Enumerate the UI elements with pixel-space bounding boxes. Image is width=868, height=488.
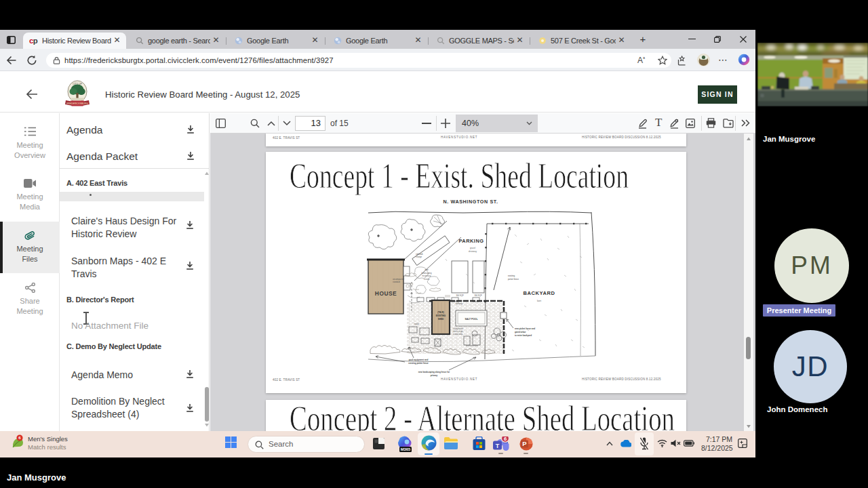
svg-text:standard: standard (393, 281, 400, 283)
svg-text:screen: screen (424, 278, 430, 281)
svg-text:HOUSE: HOUSE (375, 290, 397, 297)
svg-text:existing picket fence: existing picket fence (408, 362, 429, 365)
svg-text:300 SQF: 300 SQF (456, 294, 463, 297)
svg-text:for privacy: for privacy (422, 274, 432, 277)
svg-text:that is to get: that is to get (453, 330, 463, 333)
svg-text:privacy: privacy (431, 374, 438, 377)
svg-text:EXISTING: EXISTING (436, 314, 446, 317)
svg-text:lawn: lawn (537, 300, 542, 302)
svg-text:T: T (496, 443, 500, 449)
svg-text:M365: M365 (401, 447, 411, 451)
svg-text:(TB-R): (TB-R) (437, 311, 443, 314)
svg-text:p: p (33, 37, 38, 45)
svg-text:gravel: gravel (470, 247, 476, 249)
svg-text:existing: existing (508, 274, 515, 277)
svg-text:SHED: SHED (438, 318, 444, 321)
svg-text:N. WASHINGTON ST.: N. WASHINGTON ST. (443, 199, 498, 205)
svg-text:picket fence: picket fence (508, 278, 519, 281)
svg-text:FREDERICKSBURG: FREDERICKSBURG (66, 102, 88, 105)
svg-text:PARKING: PARKING (458, 238, 484, 244)
svg-text:in-pool area: in-pool area (453, 333, 463, 336)
svg-text:new picket fence and: new picket fence and (515, 327, 535, 330)
svg-text:6: 6 (504, 436, 507, 442)
svg-text:new: new (425, 268, 429, 271)
svg-text:to enter backyard: to enter backyard (515, 334, 532, 337)
svg-text:driveway: driveway (469, 250, 477, 253)
svg-text:landscaping: landscaping (422, 272, 432, 274)
svg-text:pool equipment and: pool equipment and (409, 359, 429, 361)
svg-text:gated arbor: gated arbor (515, 331, 526, 333)
svg-text:change: change (416, 256, 422, 258)
svg-text:equip: equip (414, 323, 419, 325)
svg-text:new landscaping along fence fo: new landscaping along fence for (418, 371, 450, 373)
svg-text:300 SQF: 300 SQF (474, 294, 481, 297)
svg-text:BACKYARD: BACKYARD (524, 290, 555, 296)
svg-text:P: P (522, 440, 527, 447)
svg-text:SALT POOL: SALT POOL (465, 318, 477, 321)
svg-text:sitting bench: sitting bench (453, 327, 464, 330)
